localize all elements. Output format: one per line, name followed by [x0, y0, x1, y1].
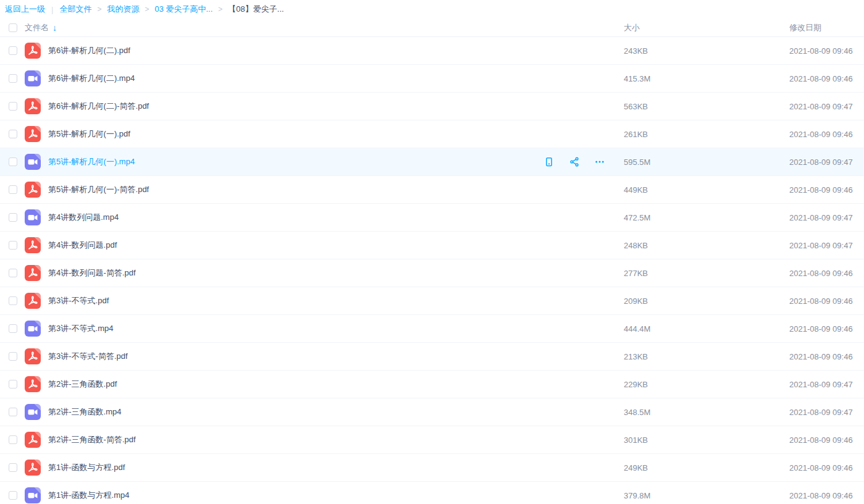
file-date: 2021-08-09 09:46 [789, 463, 864, 472]
pdf-file-icon [25, 126, 41, 142]
table-row[interactable]: 第3讲-不等式.pdf 209KB 2021-08-09 09:46 [0, 287, 864, 315]
table-row[interactable]: 第6讲-解析几何(二).mp4 415.3M 2021-08-09 09:46 [0, 65, 864, 93]
table-row[interactable]: 第1讲-函数与方程.pdf 249KB 2021-08-09 09:46 [0, 454, 864, 482]
file-name-link[interactable]: 第3讲-不等式.pdf [48, 295, 624, 306]
row-checkbox[interactable] [9, 352, 17, 361]
file-date: 2021-08-09 09:46 [789, 352, 864, 361]
row-checkbox[interactable] [9, 408, 17, 416]
file-size: 249KB [624, 463, 789, 472]
breadcrumb: 返回上一级 | 全部文件>我的资源>03 爱尖子高中...>【08】爱尖子... [0, 0, 864, 19]
breadcrumb-item[interactable]: 我的资源 [107, 4, 139, 14]
file-date: 2021-08-09 09:47 [789, 408, 864, 417]
file-date: 2021-08-09 09:46 [789, 46, 864, 56]
file-size: 277KB [624, 269, 789, 278]
table-row[interactable]: 第2讲-三角函数.mp4 348.5M 2021-08-09 09:47 [0, 398, 864, 426]
pdf-file-icon [25, 265, 41, 281]
file-date: 2021-08-09 09:47 [789, 380, 864, 389]
table-row[interactable]: 第4讲数列问题.mp4 472.5M 2021-08-09 09:47 [0, 204, 864, 232]
table-row[interactable]: 第2讲-三角函数-简答.pdf 301KB 2021-08-09 09:46 [0, 426, 864, 454]
file-name-link[interactable]: 第6讲-解析几何(二).mp4 [48, 73, 624, 84]
sort-desc-icon[interactable]: ↓ [52, 23, 57, 33]
file-list: 第6讲-解析几何(二).pdf 243KB 2021-08-09 09:46 第… [0, 37, 864, 504]
file-name-link[interactable]: 第2讲-三角函数.pdf [48, 379, 624, 390]
more-actions-icon[interactable] [594, 156, 605, 167]
row-checkbox[interactable] [9, 296, 17, 305]
file-name-link[interactable]: 第4讲数列问题.mp4 [48, 212, 624, 223]
file-size: 248KB [624, 241, 789, 250]
pdf-file-icon [25, 293, 41, 309]
file-date: 2021-08-09 09:46 [789, 130, 864, 139]
table-row[interactable]: 第3讲-不等式-简答.pdf 213KB 2021-08-09 09:46 [0, 343, 864, 371]
table-row[interactable]: 第5讲-解析几何(一).mp4 595.5M 2021-08-09 09:47 [0, 148, 864, 176]
file-name-link[interactable]: 第5讲-解析几何(一)-简答.pdf [48, 184, 624, 195]
table-row[interactable]: 第6讲-解析几何(二).pdf 243KB 2021-08-09 09:46 [0, 37, 864, 65]
row-checkbox[interactable] [9, 185, 17, 194]
row-checkbox[interactable] [9, 491, 17, 500]
row-checkbox[interactable] [9, 74, 17, 83]
file-name-link[interactable]: 第5讲-解析几何(一).pdf [48, 128, 624, 140]
row-checkbox[interactable] [9, 241, 17, 250]
breadcrumb-current: 【08】爱尖子... [228, 4, 283, 14]
file-name-link[interactable]: 第5讲-解析几何(一).mp4 [48, 156, 543, 167]
share-icon[interactable] [569, 156, 580, 167]
file-size: 301KB [624, 435, 789, 445]
row-checkbox[interactable] [9, 324, 17, 333]
pdf-file-icon [25, 98, 41, 114]
row-checkbox[interactable] [9, 102, 17, 111]
table-row[interactable]: 第4讲-数列问题.pdf 248KB 2021-08-09 09:47 [0, 232, 864, 259]
file-name-link[interactable]: 第1讲-函数与方程.pdf [48, 462, 624, 473]
file-name-link[interactable]: 第2讲-三角函数-简答.pdf [48, 434, 624, 445]
row-checkbox[interactable] [9, 435, 17, 444]
table-row[interactable]: 第5讲-解析几何(一)-简答.pdf 449KB 2021-08-09 09:4… [0, 176, 864, 204]
breadcrumb-separator: > [97, 5, 101, 14]
breadcrumb-bar-separator: | [51, 5, 53, 14]
file-date: 2021-08-09 09:47 [789, 102, 864, 111]
breadcrumb-item[interactable]: 全部文件 [59, 4, 91, 14]
file-name-link[interactable]: 第4讲-数列问题.pdf [48, 240, 624, 251]
select-all-checkbox[interactable] [9, 23, 17, 32]
table-row[interactable]: 第1讲-函数与方程.mp4 379.8M 2021-08-09 09:46 [0, 482, 864, 504]
table-row[interactable]: 第2讲-三角函数.pdf 229KB 2021-08-09 09:47 [0, 371, 864, 398]
row-checkbox[interactable] [9, 380, 17, 388]
row-hover-actions [543, 156, 605, 167]
file-name-link[interactable]: 第1讲-函数与方程.mp4 [48, 490, 624, 501]
file-size: 379.8M [624, 491, 789, 500]
file-name-link[interactable]: 第2讲-三角函数.mp4 [48, 406, 624, 418]
table-row[interactable]: 第6讲-解析几何(二)-简答.pdf 563KB 2021-08-09 09:4… [0, 93, 864, 120]
file-name-link[interactable]: 第6讲-解析几何(二)-简答.pdf [48, 101, 624, 112]
send-to-device-icon[interactable] [543, 156, 555, 167]
file-date: 2021-08-09 09:46 [789, 269, 864, 278]
file-date: 2021-08-09 09:46 [789, 435, 864, 445]
table-header: 文件名 ↓ 大小 修改日期 [0, 19, 864, 37]
table-row[interactable]: 第5讲-解析几何(一).pdf 261KB 2021-08-09 09:46 [0, 120, 864, 148]
file-name-link[interactable]: 第3讲-不等式.mp4 [48, 323, 624, 334]
column-header-filename[interactable]: 文件名 [25, 22, 49, 33]
table-row[interactable]: 第4讲-数列问题-简答.pdf 277KB 2021-08-09 09:46 [0, 259, 864, 287]
row-checkbox[interactable] [9, 130, 17, 138]
row-checkbox[interactable] [9, 158, 17, 166]
breadcrumb-item[interactable]: 03 爱尖子高中... [154, 4, 212, 14]
table-row[interactable]: 第3讲-不等式.mp4 444.4M 2021-08-09 09:46 [0, 315, 864, 343]
breadcrumb-separator: > [218, 5, 222, 14]
file-size: 243KB [624, 46, 789, 56]
file-name-link[interactable]: 第6讲-解析几何(二).pdf [48, 45, 624, 56]
pdf-file-icon [25, 432, 41, 448]
back-link[interactable]: 返回上一级 [5, 4, 45, 15]
file-date: 2021-08-09 09:46 [789, 74, 864, 83]
file-date: 2021-08-09 09:47 [789, 241, 864, 250]
file-size: 348.5M [624, 408, 789, 417]
file-date: 2021-08-09 09:46 [789, 185, 864, 195]
file-name-link[interactable]: 第3讲-不等式-简答.pdf [48, 351, 624, 362]
row-checkbox[interactable] [9, 213, 17, 222]
file-size: 563KB [624, 102, 789, 111]
pdf-file-icon [25, 348, 41, 364]
file-date: 2021-08-09 09:46 [789, 324, 864, 334]
video-file-icon [25, 321, 41, 337]
row-checkbox[interactable] [9, 269, 17, 277]
video-file-icon [25, 487, 41, 503]
row-checkbox[interactable] [9, 463, 17, 472]
breadcrumb-separator: > [145, 5, 149, 14]
file-size: 209KB [624, 296, 789, 306]
file-name-link[interactable]: 第4讲-数列问题-简答.pdf [48, 267, 624, 279]
row-checkbox[interactable] [9, 46, 17, 55]
